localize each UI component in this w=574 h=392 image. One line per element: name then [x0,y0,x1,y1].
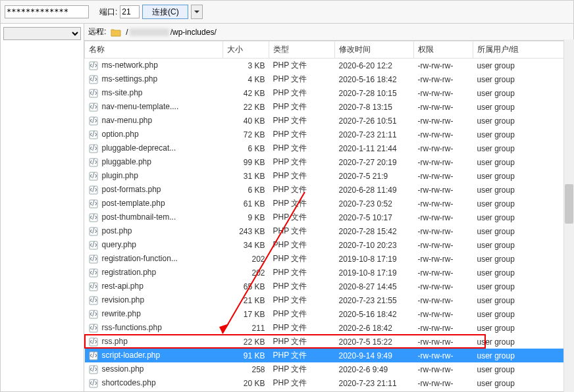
cell-perm: -rw-rw-rw- [414,362,473,376]
svg-text:‹/›: ‹/› [90,75,97,84]
connect-dropdown-icon[interactable] [191,5,203,19]
cell-name: ‹/›post-template.php [85,197,223,210]
svg-text:‹/›: ‹/› [90,227,97,235]
table-row[interactable]: ‹/›nav-menu.php40 KBPHP 文件2020-7-26 10:5… [85,114,573,128]
cell-type: PHP 文件 [269,321,335,335]
table-row[interactable]: ‹/›revision.php21 KBPHP 文件2020-7-23 21:5… [85,293,573,307]
cell-size: 211 [223,321,269,335]
cell-size: 72 KB [223,128,269,141]
cell-perm: -rw-rw-rw- [414,59,473,73]
cell-mtime: 2020-2-6 9:49 [335,362,414,376]
table-row[interactable]: ‹/›rest-api.php65 KBPHP 文件2020-8-27 14:4… [85,280,573,293]
cell-owner: user group [473,376,573,390]
svg-text:‹/›: ‹/› [90,241,97,249]
cell-owner: user group [473,266,573,280]
table-row[interactable]: ‹/›ms-network.php3 KBPHP 文件2020-6-20 12:… [85,59,573,73]
table-row[interactable]: ‹/›registration-function...202PHP 文件2019… [85,252,573,266]
svg-text:‹/›: ‹/› [90,365,97,374]
php-file-icon: ‹/› [89,185,99,195]
cell-name: ‹/›nav-menu-template.... [85,100,223,114]
php-file-icon: ‹/› [89,158,99,167]
php-file-icon: ‹/› [89,379,99,388]
cell-type: PHP 文件 [269,307,335,321]
table-row[interactable]: ‹/›post-thumbnail-tem...9 KBPHP 文件2020-7… [85,210,573,224]
svg-text:‹/›: ‹/› [90,185,97,194]
table-row[interactable]: ‹/›nav-menu-template....22 KBPHP 文件2020-… [85,100,573,114]
php-file-icon: ‹/› [89,268,99,278]
table-row[interactable]: ‹/›script-loader.php91 KBPHP 文件2020-9-14… [85,349,573,362]
table-row[interactable]: ‹/›sitemaps.php3 KBPHP 文件2020-8-27 1:37-… [85,390,573,391]
table-row[interactable]: ‹/›pluggable-deprecat...6 KBPHP 文件2020-1… [85,141,573,155]
cell-mtime: 2020-7-23 0:52 [335,197,414,210]
table-row[interactable]: ‹/›query.php34 KBPHP 文件2020-7-10 20:23-r… [85,238,573,252]
table-row[interactable]: ‹/›ms-settings.php4 KBPHP 文件2020-5-16 18… [85,72,573,86]
table-row[interactable]: ‹/›post-template.php61 KBPHP 文件2020-7-23… [85,197,573,210]
table-row[interactable]: ‹/›ms-site.php42 KBPHP 文件2020-7-28 10:15… [85,86,573,100]
cell-perm: -rw-rw-rw- [414,72,473,86]
cell-name: ‹/›nav-menu.php [85,114,223,128]
cell-owner: user group [473,141,573,155]
cell-owner: user group [473,252,573,266]
cell-perm: -rw-rw-rw- [414,266,473,280]
cell-size: 17 KB [223,307,269,321]
svg-text:‹/›: ‹/› [90,172,97,180]
table-row[interactable]: ‹/›option.php72 KBPHP 文件2020-7-23 21:11-… [85,128,573,141]
php-file-icon: ‹/› [89,351,99,360]
connect-button[interactable]: 连接(C) [142,5,188,19]
cell-mtime: 2020-5-16 18:42 [335,307,414,321]
cell-mtime: 2019-10-8 17:19 [335,266,414,280]
cell-size: 91 KB [223,349,269,362]
cell-name: ‹/›sitemaps.php [85,390,223,391]
cell-mtime: 2020-7-23 21:55 [335,293,414,307]
table-row[interactable]: ‹/›rss-functions.php211PHP 文件2020-2-6 18… [85,321,573,335]
cell-name: ‹/›session.php [85,362,223,376]
cell-name: ‹/›query.php [85,238,223,252]
col-mtime[interactable]: 修改时间 [335,41,414,59]
col-size[interactable]: 大小 [223,41,269,59]
cell-name: ‹/›ms-site.php [85,86,223,100]
table-row[interactable]: ‹/›pluggable.php99 KBPHP 文件2020-7-27 20:… [85,155,573,169]
col-type[interactable]: 类型 [269,41,335,59]
cell-type: PHP 文件 [269,266,335,280]
cell-owner: user group [473,128,573,141]
folder-up-icon[interactable] [110,28,122,37]
cell-perm: -rw-rw-rw- [414,114,473,128]
cell-size: 3 KB [223,59,269,73]
cell-size: 99 KB [223,155,269,169]
php-file-icon: ‹/› [89,365,99,374]
svg-text:‹/›: ‹/› [90,324,97,332]
cell-name: ‹/›rest-api.php [85,280,223,293]
vertical-scrollbar[interactable] [563,39,574,392]
cell-owner: user group [473,210,573,224]
cell-type: PHP 文件 [269,72,335,86]
table-row[interactable]: ‹/›registration.php202PHP 文件2019-10-8 17… [85,266,573,280]
cell-type: PHP 文件 [269,280,335,293]
scrollbar-thumb[interactable] [565,184,573,224]
local-path-select[interactable] [3,27,81,40]
cell-perm: -rw-rw-rw- [414,280,473,293]
php-file-icon: ‹/› [89,75,99,84]
col-name[interactable]: 名称 [85,41,223,59]
table-row[interactable]: ‹/›rss.php22 KBPHP 文件2020-7-5 15:22-rw-r… [85,335,573,349]
table-row[interactable]: ‹/›plugin.php31 KBPHP 文件2020-7-5 21:9-rw… [85,169,573,183]
cell-size: 21 KB [223,293,269,307]
port-field[interactable] [120,5,140,18]
cell-owner: user group [473,280,573,293]
table-row[interactable]: ‹/›session.php258PHP 文件2020-2-6 9:49-rw-… [85,362,573,376]
table-row[interactable]: ‹/›post.php243 KBPHP 文件2020-7-28 15:42-r… [85,224,573,238]
col-owner[interactable]: 所属用户/组 [473,41,573,59]
password-field[interactable] [5,5,89,18]
table-row[interactable]: ‹/›rewrite.php17 KBPHP 文件2020-5-16 18:42… [85,307,573,321]
cell-type: PHP 文件 [269,183,335,197]
cell-size: 4 KB [223,72,269,86]
cell-perm: -rw-rw-rw- [414,155,473,169]
cell-owner: user group [473,238,573,252]
cell-size: 202 [223,266,269,280]
col-perm[interactable]: 权限 [414,41,473,59]
cell-mtime: 2020-2-6 18:42 [335,321,414,335]
cell-mtime: 2020-1-11 21:44 [335,141,414,155]
table-row[interactable]: ‹/›shortcodes.php20 KBPHP 文件2020-7-23 21… [85,376,573,390]
table-row[interactable]: ‹/›post-formats.php6 KBPHP 文件2020-6-28 1… [85,183,573,197]
cell-perm: -rw-rw-rw- [414,169,473,183]
cell-size: 22 KB [223,335,269,349]
